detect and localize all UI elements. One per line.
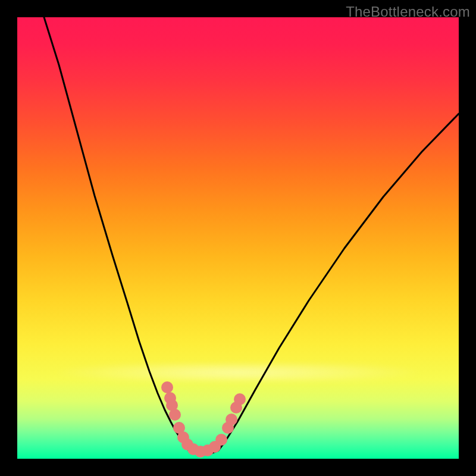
- line-layer: [44, 17, 459, 453]
- marker-layer: [161, 381, 246, 458]
- watermark-text: TheBottleneck.com: [346, 4, 470, 20]
- marker-dot: [215, 434, 227, 446]
- marker-dot: [226, 414, 237, 425]
- bottleneck-curve: [44, 17, 459, 453]
- plot-area: [17, 17, 459, 459]
- chart-frame: TheBottleneck.com: [0, 0, 476, 476]
- marker-dot: [161, 381, 173, 393]
- marker-dot: [169, 409, 181, 421]
- marker-dot: [234, 393, 246, 405]
- chart-svg: [17, 17, 459, 459]
